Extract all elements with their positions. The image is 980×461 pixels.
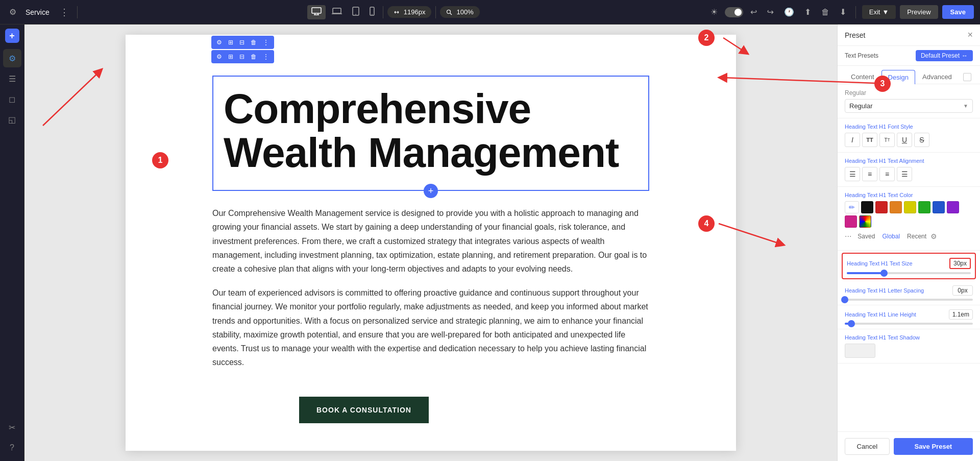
sun-icon-btn[interactable]: ☀: [707, 5, 721, 19]
exit-button[interactable]: Exit ▼: [862, 5, 896, 19]
toolbar-grid-icon[interactable]: ⊞: [226, 38, 235, 47]
sidebar-icon-settings[interactable]: ⚙: [3, 49, 21, 67]
saved-tab[interactable]: Saved: [854, 232, 878, 241]
element-toolbar-bottom: ⚙ ⊞ ⊟ 🗑 ⋮: [211, 50, 274, 63]
color-yellow[interactable]: [904, 201, 916, 213]
width-display[interactable]: 1196px: [387, 6, 432, 18]
recent-tab[interactable]: Recent: [904, 232, 929, 241]
color-black[interactable]: [861, 201, 873, 213]
underline-btn[interactable]: U: [897, 133, 912, 147]
sidebar-icon-menu[interactable]: ☰: [3, 69, 21, 88]
toolbar-grid2-icon[interactable]: ⊞: [226, 52, 235, 61]
panel-header: Preset ×: [838, 25, 980, 46]
toolbar-columns-icon[interactable]: ⊟: [237, 38, 247, 47]
toolbar-settings2-icon[interactable]: ⚙: [214, 52, 224, 61]
device-tablet-btn[interactable]: [348, 5, 363, 20]
element-toolbars: ⚙ ⊞ ⊟ 🗑 ⋮ ⚙ ⊞ ⊟ 🗑 ⋮: [211, 36, 274, 63]
letter-spacing-label: Heading Text H1 Letter Spacing: [845, 287, 924, 294]
color-settings-icon[interactable]: ⚙: [930, 232, 937, 240]
color-green[interactable]: [918, 201, 930, 213]
line-height-value[interactable]: 1.1em: [949, 309, 973, 320]
sidebar-icon-cut[interactable]: ✂: [3, 418, 21, 436]
download-btn[interactable]: ⬇: [837, 5, 849, 19]
zoom-display[interactable]: 100%: [440, 6, 479, 18]
body-text: Our Comprehensive Wealth Management serv…: [212, 206, 649, 369]
cancel-button[interactable]: Cancel: [845, 438, 890, 455]
global-tab[interactable]: Global: [879, 232, 903, 241]
topbar-dots[interactable]: ⋮: [58, 7, 71, 18]
add-below-btn[interactable]: +: [424, 184, 438, 198]
save-preset-button[interactable]: Save Preset: [894, 438, 973, 455]
body-paragraph-2: Our team of experienced advisors is comm…: [212, 286, 649, 369]
line-height-thumb[interactable]: [848, 320, 855, 327]
strikethrough-btn[interactable]: S: [914, 133, 929, 147]
text-shadow-preview[interactable]: [845, 344, 875, 358]
color-pink[interactable]: [845, 215, 857, 228]
settings-icon-btn[interactable]: ⚙: [6, 5, 19, 19]
font-style-value: Regular: [849, 102, 873, 110]
topbar-sep-1: [77, 6, 78, 18]
save-button[interactable]: Save: [942, 5, 974, 19]
italic-btn[interactable]: I: [845, 133, 860, 147]
dots-menu-icon[interactable]: ⋮: [58, 7, 71, 17]
tab-checkbox[interactable]: [963, 73, 971, 81]
smallcaps-btn[interactable]: TT: [879, 133, 895, 147]
color-edit-btn[interactable]: ✏: [845, 201, 859, 213]
toolbar-settings-icon[interactable]: ⚙: [214, 38, 224, 47]
toolbar-more-icon[interactable]: ⋮: [261, 38, 271, 47]
color-red[interactable]: [875, 201, 888, 213]
topbar-right: ☀ ↩ ↩ 🕐 ⬆ 🗑 ⬇ Exit ▼ Preview Save: [707, 5, 974, 19]
align-right-btn[interactable]: ≡: [879, 167, 895, 181]
font-style-dropdown[interactable]: Regular ▼: [845, 99, 973, 113]
color-multicolor[interactable]: [859, 215, 871, 228]
history-btn[interactable]: 🕐: [781, 5, 797, 19]
color-purple[interactable]: [947, 201, 959, 213]
panel-close-btn[interactable]: ×: [967, 30, 973, 40]
body-paragraph-1: Our Comprehensive Wealth Management serv…: [212, 206, 649, 276]
letter-spacing-value[interactable]: 0px: [952, 285, 973, 296]
caps-btn[interactable]: TT: [862, 133, 877, 147]
topbar-left: ⚙ Service: [6, 5, 50, 19]
svg-line-10: [450, 13, 452, 15]
svg-point-8: [372, 14, 372, 14]
text-size-thumb[interactable]: [880, 270, 888, 277]
toolbar-columns2-icon[interactable]: ⊟: [237, 52, 247, 61]
toolbar-delete2-icon[interactable]: 🗑: [249, 52, 259, 61]
preview-button[interactable]: Preview: [900, 5, 938, 19]
undo-btn[interactable]: ↩: [747, 5, 760, 19]
device-mobile-btn[interactable]: [365, 5, 379, 20]
sidebar-icon-help[interactable]: ?: [3, 439, 21, 457]
h1-font-style-label: Heading Text H1 Font Style: [845, 124, 973, 130]
color-orange[interactable]: [890, 201, 902, 213]
align-center-btn[interactable]: ≡: [862, 167, 877, 181]
cta-button[interactable]: BOOK A CONSULTATION: [299, 397, 429, 423]
annotation-1: 1: [152, 152, 168, 168]
add-element-btn[interactable]: +: [5, 29, 19, 43]
settings-panel-btn[interactable]: ⬆: [801, 5, 814, 19]
align-justify-btn[interactable]: ☰: [897, 167, 912, 181]
delete-btn[interactable]: 🗑: [818, 6, 832, 19]
text-size-slider[interactable]: [847, 272, 971, 274]
sidebar-icon-layers[interactable]: ◱: [3, 110, 21, 129]
heading-h1[interactable]: Comprehensive Wealth Management: [224, 87, 638, 175]
redo-btn[interactable]: ↩: [764, 5, 777, 19]
toolbar-more2-icon[interactable]: ⋮: [261, 52, 271, 61]
device-desktop-btn[interactable]: [307, 5, 326, 19]
letter-spacing-thumb[interactable]: [841, 296, 848, 303]
tab-advanced[interactable]: Advanced: [916, 70, 958, 84]
theme-toggle[interactable]: [725, 7, 743, 17]
panel-presets-row: Text Presets Default Preset ↔: [838, 46, 980, 66]
sidebar-icon-layout[interactable]: ◻: [3, 90, 21, 108]
device-laptop-btn[interactable]: [328, 5, 346, 19]
align-left-btn[interactable]: ☰: [845, 167, 860, 181]
letter-spacing-slider[interactable]: [845, 299, 973, 301]
default-preset-btn[interactable]: Default Preset ↔: [916, 50, 973, 61]
svg-point-9: [447, 10, 451, 13]
text-size-value[interactable]: 30px: [949, 258, 971, 269]
app-title: Service: [26, 8, 50, 16]
line-height-slider[interactable]: [845, 323, 973, 325]
element-toolbar-top: ⚙ ⊞ ⊟ 🗑 ⋮: [211, 36, 274, 49]
h1-font-style-section: Heading Text H1 Font Style I TT TT U S: [838, 118, 980, 153]
color-blue[interactable]: [933, 201, 945, 213]
toolbar-delete-icon[interactable]: 🗑: [249, 38, 259, 47]
